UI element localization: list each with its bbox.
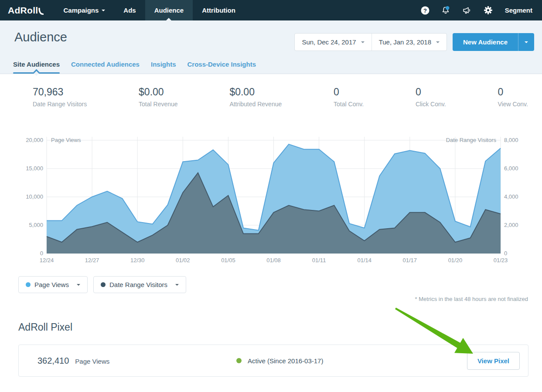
tab-site-audiences[interactable]: Site Audiences bbox=[13, 61, 60, 74]
svg-text:0: 0 bbox=[504, 250, 507, 257]
nav-item-attribution-label: Attribution bbox=[202, 7, 235, 14]
date-range-picker: Sun, Dec 24, 2017 Tue, Jan 23, 2018 bbox=[294, 33, 447, 51]
svg-text:01/08: 01/08 bbox=[266, 257, 281, 264]
new-audience-menu-button[interactable] bbox=[518, 33, 534, 51]
chevron-down-icon bbox=[525, 41, 528, 43]
nav-right-group: ? bbox=[415, 0, 542, 20]
stat-value: 0 bbox=[498, 86, 528, 98]
legend-label: Date Range Visitors bbox=[109, 281, 167, 288]
stat-label: Date Range Visitors bbox=[33, 101, 87, 108]
stat-total-revenue: $0.00 Total Revenue bbox=[139, 86, 178, 108]
metrics-footnote: * Metrics in the last 48 hours are not f… bbox=[0, 296, 528, 302]
nav-item-campaigns-label: Campaigns bbox=[63, 7, 99, 14]
tab-cross-device-insights[interactable]: Cross-Device Insights bbox=[187, 61, 256, 74]
start-date-value: Sun, Dec 24, 2017 bbox=[302, 38, 356, 46]
svg-text:8,000: 8,000 bbox=[504, 137, 518, 143]
adroll-logo-curl-icon bbox=[38, 8, 44, 16]
segment-menu[interactable]: Segment bbox=[505, 7, 532, 14]
svg-text:12/24: 12/24 bbox=[40, 257, 54, 264]
svg-text:01/11: 01/11 bbox=[312, 257, 326, 264]
stat-value: $0.00 bbox=[229, 86, 282, 98]
stat-view-conv: 0 View Conv. bbox=[498, 86, 528, 108]
nav-item-audience-label: Audience bbox=[154, 7, 184, 14]
pixel-section-title: AdRoll Pixel bbox=[18, 321, 542, 333]
adroll-logo[interactable]: AdRoll bbox=[0, 0, 54, 20]
top-nav: AdRoll Campaigns Ads Audience Attributio… bbox=[0, 0, 542, 20]
stat-click-conv: 0 Click Conv. bbox=[416, 86, 446, 108]
audience-tabs: Site Audiences Connected Audiences Insig… bbox=[13, 61, 256, 74]
svg-text:Page Views: Page Views bbox=[51, 137, 81, 143]
svg-text:2,000: 2,000 bbox=[504, 222, 518, 228]
pixel-card: 362,410 Page Views Active (Since 2016-03… bbox=[18, 345, 528, 377]
svg-text:01/20: 01/20 bbox=[448, 257, 463, 264]
svg-text:01/02: 01/02 bbox=[176, 257, 190, 264]
nav-item-campaigns[interactable]: Campaigns bbox=[54, 0, 114, 20]
chevron-down-icon bbox=[77, 284, 80, 286]
stat-label: Total Revenue bbox=[139, 101, 178, 108]
chevron-down-icon bbox=[102, 10, 105, 11]
summary-stats-row: 70,963 Date Range Visitors $0.00 Total R… bbox=[0, 74, 542, 108]
notification-dot bbox=[446, 6, 449, 10]
page-title: Audience bbox=[14, 30, 67, 44]
legend-label: Page Views bbox=[34, 281, 69, 288]
svg-text:Date Range Visitors: Date Range Visitors bbox=[446, 137, 497, 143]
tab-connected-audiences[interactable]: Connected Audiences bbox=[71, 61, 140, 74]
stat-label: Click Conv. bbox=[416, 101, 446, 108]
svg-text:20,000: 20,000 bbox=[26, 137, 43, 143]
stat-date-range-visitors: 70,963 Date Range Visitors bbox=[33, 86, 87, 108]
chevron-down-icon bbox=[361, 41, 365, 43]
traffic-area-chart: 05,00010,00015,00020,00002,0004,0006,000… bbox=[0, 134, 542, 267]
pixel-page-views-stat: 362,410 Page Views bbox=[37, 356, 109, 366]
svg-text:0: 0 bbox=[40, 250, 43, 257]
announcements-megaphone-icon[interactable] bbox=[462, 6, 472, 15]
header-controls: Sun, Dec 24, 2017 Tue, Jan 23, 2018 New … bbox=[294, 33, 534, 51]
start-date-dropdown[interactable]: Sun, Dec 24, 2017 bbox=[295, 34, 371, 51]
pixel-status: Active (Since 2016-03-17) bbox=[236, 357, 323, 365]
svg-text:01/05: 01/05 bbox=[221, 257, 235, 264]
stat-label: Attributed Revenue bbox=[229, 101, 282, 108]
end-date-dropdown[interactable]: Tue, Jan 23, 2018 bbox=[372, 34, 447, 51]
page-views-series-dot bbox=[26, 282, 31, 287]
svg-text:01/14: 01/14 bbox=[357, 257, 372, 264]
adroll-logo-text: AdRoll bbox=[8, 5, 38, 16]
legend-page-views-dropdown[interactable]: Page Views bbox=[18, 276, 88, 293]
chevron-down-icon bbox=[175, 284, 179, 286]
stat-value: 0 bbox=[334, 86, 364, 98]
svg-text:01/23: 01/23 bbox=[494, 257, 508, 264]
svg-text:5,000: 5,000 bbox=[29, 222, 43, 228]
nav-item-ads-label: Ads bbox=[123, 7, 136, 14]
nav-item-attribution[interactable]: Attribution bbox=[193, 0, 245, 20]
stat-label: View Conv. bbox=[498, 101, 528, 108]
stat-value: $0.00 bbox=[139, 86, 178, 98]
svg-text:12/30: 12/30 bbox=[130, 257, 145, 264]
new-audience-button[interactable]: New Audience bbox=[453, 33, 518, 51]
tab-insights[interactable]: Insights bbox=[151, 61, 176, 74]
new-audience-split-button: New Audience bbox=[453, 33, 534, 51]
end-date-value: Tue, Jan 23, 2018 bbox=[379, 38, 431, 46]
stat-attributed-revenue: $0.00 Attributed Revenue bbox=[229, 86, 282, 108]
pixel-status-text: Active (Since 2016-03-17) bbox=[248, 357, 323, 365]
svg-text:12/27: 12/27 bbox=[85, 257, 99, 264]
view-pixel-button[interactable]: View Pixel bbox=[467, 352, 520, 370]
svg-text:15,000: 15,000 bbox=[26, 165, 43, 172]
nav-item-audience[interactable]: Audience bbox=[145, 0, 193, 20]
page-header: Audience Sun, Dec 24, 2017 Tue, Jan 23, … bbox=[0, 20, 542, 74]
legend-visitors-dropdown[interactable]: Date Range Visitors bbox=[93, 276, 186, 293]
svg-text:10,000: 10,000 bbox=[26, 193, 43, 200]
nav-item-ads[interactable]: Ads bbox=[114, 0, 145, 20]
pixel-page-views-label: Page Views bbox=[75, 358, 109, 365]
settings-gear-icon[interactable] bbox=[484, 6, 493, 15]
chevron-down-icon bbox=[436, 41, 440, 43]
notifications-bell-icon[interactable] bbox=[441, 6, 450, 15]
svg-text:4,000: 4,000 bbox=[504, 193, 518, 200]
stat-value: 70,963 bbox=[33, 86, 87, 98]
visitors-series-dot bbox=[101, 282, 106, 287]
stat-label: Total Conv. bbox=[334, 101, 364, 108]
help-icon[interactable]: ? bbox=[421, 6, 430, 15]
pixel-page-views-value: 362,410 bbox=[37, 356, 69, 366]
stat-total-conv: 0 Total Conv. bbox=[334, 86, 364, 108]
svg-text:?: ? bbox=[423, 7, 427, 14]
chart-legend: Page Views Date Range Visitors bbox=[18, 276, 542, 293]
svg-text:01/17: 01/17 bbox=[403, 257, 417, 264]
active-status-dot bbox=[236, 358, 242, 363]
